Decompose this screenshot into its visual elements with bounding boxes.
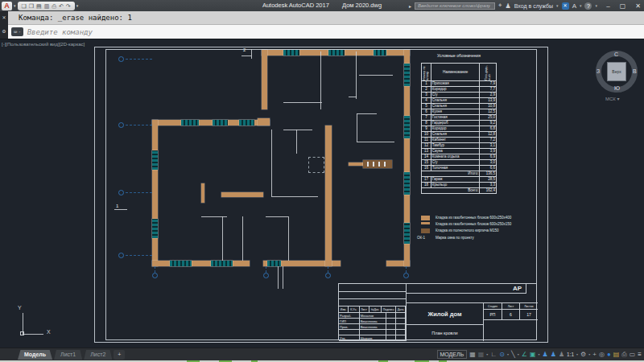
close-button[interactable]: ✕ bbox=[635, 2, 641, 10]
user-icon: ♟ bbox=[506, 2, 511, 10]
maximize-button[interactable]: ▢ bbox=[620, 2, 626, 10]
fullscreen-icon[interactable]: ▭ bbox=[630, 349, 636, 360]
legend-cell: Коридор bbox=[431, 87, 481, 92]
wall-segment bbox=[262, 50, 267, 109]
legend-cell: Прихожая bbox=[431, 81, 481, 86]
annotation-visibility-icon[interactable]: ♟ bbox=[543, 349, 548, 360]
stamp-cell: Пров. bbox=[339, 324, 360, 329]
sign-in-button[interactable]: Вход в службы bbox=[514, 3, 553, 9]
viewport-controls-label[interactable]: [-][Пользовательский вид][2D-каркас] bbox=[2, 42, 85, 47]
stamp-cell bbox=[396, 324, 406, 329]
axis-bubble bbox=[263, 273, 269, 278]
stamp-cell bbox=[386, 319, 396, 323]
polar-tracking-icon-caret-icon[interactable]: ▾ bbox=[507, 352, 509, 356]
connect-icon[interactable]: A bbox=[572, 2, 576, 10]
ortho-icon[interactable]: ∟ bbox=[490, 349, 497, 360]
isodraft-icon-caret-icon[interactable]: ▾ bbox=[518, 352, 519, 356]
help-caret-icon[interactable]: ▾ bbox=[595, 3, 597, 8]
annotation-scale-button-caret-icon[interactable]: ▾ bbox=[576, 352, 578, 356]
wall-segment bbox=[152, 261, 250, 266]
tab-модель[interactable]: Модель bbox=[18, 350, 52, 360]
axis-dash-line bbox=[126, 59, 152, 60]
axis-dash-line bbox=[328, 266, 328, 273]
legend-table-row: 12Тамбур3,1 bbox=[421, 143, 497, 149]
section-tick bbox=[114, 209, 127, 210]
tab-лист2[interactable]: Лист2 bbox=[84, 350, 112, 360]
search-arrow-icon[interactable]: ▸ bbox=[409, 3, 411, 9]
stamp-sheets-value: 17 bbox=[520, 310, 538, 320]
printer-icon[interactable]: ⎙ bbox=[621, 349, 626, 360]
tab-лист1[interactable]: Лист1 bbox=[54, 350, 82, 360]
keyboard-icon[interactable]: ⌨▾ bbox=[11, 27, 23, 36]
stamp-cell: Мочалов bbox=[360, 313, 387, 318]
legend-table-row: 1Прихожая7,9 bbox=[421, 81, 497, 87]
axis-dash-line bbox=[266, 266, 266, 273]
search-input[interactable]: Введите ключевое слово/фразу bbox=[415, 2, 495, 10]
sign-in-caret-icon[interactable]: ▾ bbox=[556, 3, 559, 8]
legend-cell: 10 bbox=[422, 132, 431, 137]
stamp-cell bbox=[396, 330, 406, 335]
stamp-cell bbox=[396, 335, 406, 340]
legend-cell: 15 bbox=[422, 160, 431, 165]
legend-cell: С/у bbox=[431, 160, 481, 165]
clean-screen-icon[interactable]: ≡ bbox=[638, 349, 642, 360]
legend-cell: 8 bbox=[422, 121, 431, 125]
window-segment bbox=[374, 50, 386, 56]
legend-cell: 9 bbox=[422, 126, 431, 131]
legend-col-name: Наименование bbox=[443, 70, 468, 74]
isolate-objects-icon[interactable]: ◎ bbox=[599, 349, 605, 360]
osnap-icon-caret-icon[interactable]: ▾ bbox=[539, 352, 540, 356]
command-close-icon[interactable]: ✕ bbox=[0, 14, 8, 20]
viewcube-east-label[interactable]: В bbox=[633, 68, 637, 74]
viewcube-top-face[interactable]: Верх bbox=[607, 62, 626, 81]
viewcube-north-label[interactable]: С bbox=[614, 51, 618, 57]
exchange-apps-icon[interactable]: ✕ bbox=[562, 2, 569, 10]
partition-line bbox=[349, 97, 357, 97]
keyboard-caret-icon[interactable]: ▾ bbox=[19, 30, 20, 34]
command-input-row[interactable]: ⌨▾ Введите команду bbox=[8, 25, 644, 39]
grid-icon[interactable]: ▦ bbox=[469, 349, 476, 360]
hatch-legend-label: Кладка из газобетонных блоков 600х250х15… bbox=[436, 222, 511, 226]
polar-tracking-icon[interactable]: ⊙ bbox=[499, 349, 505, 360]
wcs-menu[interactable]: МСК ▾ bbox=[605, 96, 620, 101]
graphics-performance-icon[interactable]: ● bbox=[607, 349, 611, 360]
new-layout-button[interactable]: + bbox=[114, 350, 125, 360]
viewcube-west-label[interactable]: З bbox=[597, 68, 600, 74]
search-icon[interactable]: ⌖ bbox=[498, 2, 502, 10]
model-space-button[interactable]: МОДЕЛЬ bbox=[437, 350, 468, 359]
legend-cell: Крыльцо bbox=[431, 183, 481, 187]
minimize-button[interactable]: – bbox=[606, 2, 609, 10]
annotation-autoscale-icon[interactable]: ♟ bbox=[551, 349, 556, 360]
command-dock-gutter: ✕ ⚙ bbox=[0, 11, 8, 39]
stamp-right-table: Стадия Лист Листов РП 6 17 bbox=[484, 303, 538, 341]
annotation-monitor-icon[interactable]: + bbox=[592, 349, 597, 360]
legend-cell: Спальня bbox=[431, 104, 481, 109]
command-customize-icon[interactable]: ⚙ bbox=[0, 28, 8, 34]
annotation-scale-button[interactable]: 1:1 bbox=[567, 349, 574, 360]
viewcube-south-label[interactable]: Ю bbox=[614, 85, 620, 91]
partition-line bbox=[266, 216, 288, 217]
partition-line bbox=[356, 51, 357, 99]
isodraft-icon[interactable]: ╲ bbox=[511, 349, 515, 360]
osnap-icon[interactable]: ▣ bbox=[530, 349, 536, 360]
stamp-row bbox=[339, 330, 406, 335]
legend-col-num: Номер по плану bbox=[423, 64, 429, 80]
axis-dash-line bbox=[406, 266, 407, 273]
snap-icon[interactable]: ▦ bbox=[478, 349, 485, 360]
snap-icon-caret-icon[interactable]: ▾ bbox=[486, 352, 488, 356]
partition-line bbox=[283, 102, 322, 103]
axis-bubble bbox=[152, 273, 158, 278]
partition-line bbox=[271, 196, 318, 197]
annotation-person-icon[interactable]: ♟ bbox=[559, 349, 564, 360]
osnap-tracking-icon[interactable]: ∠ bbox=[522, 349, 527, 360]
model-space-canvas[interactable]: [-][Пользовательский вид][2D-каркас] bbox=[0, 39, 644, 348]
stamp-stage-value: РП bbox=[484, 310, 502, 320]
workspace-gear-icon[interactable]: ⚙ bbox=[580, 349, 586, 360]
legend-cell: 7,9 bbox=[480, 81, 496, 86]
connect-caret-icon[interactable]: ▾ bbox=[580, 3, 582, 8]
brick-sw-swatch bbox=[421, 228, 430, 233]
help-icon[interactable]: ? bbox=[584, 2, 592, 10]
workspace-gear-icon-caret-icon[interactable]: ▾ bbox=[588, 352, 590, 356]
plot-preview-icon[interactable]: ▤ bbox=[613, 349, 620, 360]
legend-cell: Всего: bbox=[422, 188, 480, 193]
